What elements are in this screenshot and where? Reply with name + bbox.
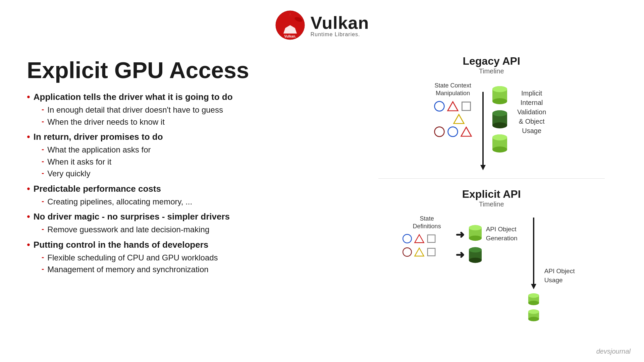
explicit-shape-row-2 (402, 247, 437, 257)
svg-point-6 (435, 101, 444, 111)
bullet-section-1: • Application tells the driver what it i… (27, 92, 352, 127)
red-triangle-icon (447, 100, 459, 112)
cylinder-1-icon (491, 85, 508, 105)
legacy-api-title: Legacy API (366, 55, 617, 67)
sub-text-4-1: Remove guesswork and late decision-makin… (47, 224, 209, 235)
arrow-right-1-icon: ➜ (455, 228, 465, 241)
exp-yellow-triangle-icon (414, 247, 425, 257)
sub-text-5-1: Flexible scheduling of CPU and GPU workl… (47, 252, 218, 263)
exp-usage-cylinder-2-icon (526, 309, 541, 323)
bullet-section-5: • Putting control in the hands of develo… (27, 239, 352, 275)
svg-point-41 (528, 301, 539, 305)
bullet-section-4: • No driver magic - no surprises - simpl… (27, 211, 352, 235)
vulkan-name: Vulkan (311, 14, 369, 32)
implicit-label: ImplicitInternalValidation& ObjectUsage (512, 82, 552, 135)
legacy-shape-row-2 (453, 113, 465, 125)
svg-point-10 (435, 127, 444, 136)
bullet-dot-3: • (27, 184, 30, 193)
bullet-dot-2: • (27, 132, 30, 141)
arrow-right-2-icon: ➜ (455, 248, 465, 261)
bullet-main-2: In return, driver promises to do (34, 131, 163, 143)
sub-text-2-2: When it asks for it (47, 156, 111, 168)
svg-point-11 (448, 127, 458, 136)
exp-red-triangle-icon (414, 233, 425, 244)
gray-square-icon (460, 100, 472, 112)
explicit-api-title: Explicit API (366, 188, 617, 200)
exp-gray-square-icon (426, 233, 437, 244)
svg-marker-29 (415, 248, 424, 256)
svg-point-19 (492, 122, 507, 128)
legacy-shape-row-3 (433, 126, 472, 138)
svg-point-20 (492, 110, 507, 116)
right-panel: Legacy API Timeline State ContextManipul… (366, 55, 617, 350)
svg-point-16 (492, 86, 507, 92)
explicit-api-diagram: Explicit API Timeline StateDefinitions (366, 188, 617, 327)
bullet-section-2: • In return, driver promises to do -What… (27, 131, 352, 179)
svg-point-45 (528, 317, 539, 321)
legacy-diagram-body: State ContextManipulation (366, 78, 617, 169)
bullet-main-1: Application tells the driver what it is … (34, 92, 233, 103)
svg-marker-26 (415, 235, 424, 243)
explicit-state-label: StateDefinitions (402, 215, 452, 231)
blue-circle-icon (433, 100, 445, 112)
legacy-state-label: State ContextManipulation (435, 82, 471, 98)
explicit-diagram-body: StateDefinitions (366, 212, 617, 327)
exp-darkred-circle-icon (402, 247, 413, 257)
svg-point-33 (469, 236, 482, 241)
blue-circle-2-icon (447, 126, 459, 138)
bullet-main-5: Putting control in the hands of develope… (34, 239, 208, 251)
svg-point-15 (492, 98, 507, 104)
bullet-dot-4: • (27, 212, 30, 221)
exp-usage-cylinder-1-icon (526, 293, 541, 307)
svg-point-25 (403, 234, 412, 243)
vulkan-logo: Vulkan. (275, 10, 305, 42)
legacy-api-subtitle: Timeline (366, 67, 617, 75)
bullet-main-3: Predictable performance costs (34, 183, 161, 195)
svg-text:Vulkan.: Vulkan. (284, 35, 296, 38)
yellow-triangle-icon (453, 113, 465, 125)
api-object-usage-label: API ObjectUsage (544, 215, 581, 285)
svg-rect-27 (427, 235, 435, 242)
explicit-api-subtitle: Timeline (366, 200, 617, 208)
legacy-shape-row-1 (433, 100, 472, 112)
bullet-section-3: • Predictable performance costs -Creatin… (27, 183, 352, 207)
sub-text-1-2: When the driver needs to know it (47, 116, 165, 128)
red-triangle-2-icon (460, 126, 472, 138)
svg-point-23 (492, 146, 507, 153)
bullet-dot-1: • (27, 92, 30, 102)
exp-blue-circle-icon (402, 233, 413, 244)
legacy-api-diagram: Legacy API Timeline State ContextManipul… (366, 55, 617, 169)
svg-marker-9 (454, 114, 464, 123)
exp-gray-square-2-icon (426, 247, 437, 257)
bullet-main-4: No driver magic - no surprises - simpler… (34, 211, 230, 223)
sub-text-2-3: Very quickly (47, 168, 90, 179)
svg-point-42 (528, 293, 539, 298)
main-content: Explicit GPU Access • Application tells … (0, 42, 644, 350)
svg-rect-30 (427, 248, 435, 256)
exp-cylinder-2-icon (468, 246, 483, 264)
svg-point-34 (469, 225, 482, 231)
exp-cylinder-1-icon (468, 224, 483, 242)
svg-marker-7 (448, 102, 458, 111)
sub-text-3-1: Creating pipelines, allocating memory, .… (47, 196, 192, 207)
sub-text-2-1: What the application asks for (47, 144, 151, 156)
header: Vulkan. Vulkan Runtime Libraries. (0, 0, 644, 42)
explicit-shape-row-1 (402, 233, 437, 244)
svg-point-28 (403, 248, 412, 256)
darkred-circle-icon (433, 126, 445, 138)
svg-point-24 (492, 134, 507, 140)
watermark: devsjournal (596, 348, 631, 355)
left-panel: Explicit GPU Access • Application tells … (27, 55, 352, 350)
vulkan-subtitle: Runtime Libraries. (311, 32, 369, 38)
svg-marker-12 (461, 127, 472, 136)
section-divider (378, 178, 605, 179)
svg-point-46 (528, 309, 539, 314)
vulkan-branding: Vulkan Runtime Libraries. (311, 14, 369, 38)
svg-rect-8 (462, 102, 471, 110)
svg-point-38 (469, 247, 482, 253)
bullet-dot-5: • (27, 240, 30, 249)
sub-text-1-1: In enough detail that driver doesn't hav… (47, 104, 223, 116)
cylinder-2-icon (491, 109, 508, 129)
sub-text-5-2: Management of memory and synchronization (47, 264, 208, 275)
cylinder-3-icon (491, 133, 508, 154)
